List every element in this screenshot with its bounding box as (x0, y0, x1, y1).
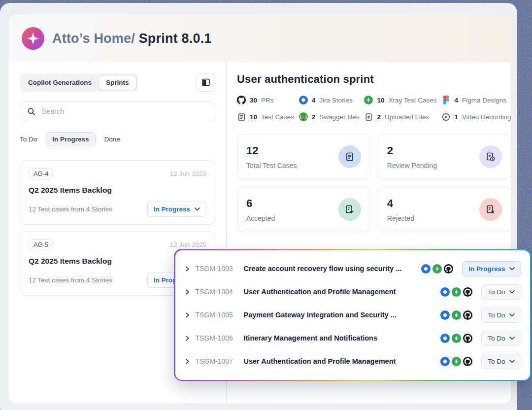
uploaded-files-icon (364, 112, 373, 121)
chevron-right-icon[interactable] (184, 335, 191, 342)
status-dropdown[interactable]: To Do (481, 284, 521, 300)
xray-icon (452, 334, 461, 343)
chevron-right-icon[interactable] (184, 266, 191, 272)
test-case-title: User Authentication and Profile Manageme… (244, 357, 396, 365)
sprint-title: Sprint 8.0.1 (139, 31, 212, 46)
chevron-down-icon (509, 290, 515, 294)
github-icon (463, 287, 472, 297)
test-case-id: TSGM-1003 (196, 265, 239, 273)
toggle-sidebar-button[interactable] (197, 73, 215, 92)
test-case-row[interactable]: TSGM-1004 User Authentication and Profil… (175, 284, 530, 300)
github-icon (463, 334, 472, 343)
source-icons (440, 287, 472, 297)
breadcrumb: Atto’s Home/ (52, 31, 135, 46)
jira-icon (440, 310, 450, 320)
chevron-right-icon[interactable] (184, 358, 191, 365)
search-box[interactable] (20, 102, 215, 121)
chevron-right-icon[interactable] (184, 289, 191, 295)
stat-prs: 30PRs (237, 96, 294, 104)
chevron-right-icon[interactable] (184, 312, 191, 318)
search-icon (27, 107, 35, 116)
svg-text:{-}: {-} (299, 114, 307, 119)
sprint-card-subtitle: 12 Test cases from 4 Stories (29, 205, 112, 213)
stat-uploaded-files: 2Uploaded Files (364, 112, 436, 121)
filter-in-progress[interactable]: In Progress (46, 132, 95, 146)
jira-icon (440, 357, 450, 366)
github-icon (444, 264, 453, 273)
sprint-id-badge: AG-5 (29, 239, 53, 250)
github-icon (237, 96, 246, 104)
video-icon (441, 112, 450, 121)
sidebar-panel-icon (201, 78, 210, 87)
document-x-icon (479, 198, 502, 221)
source-icons (440, 357, 472, 366)
page-title: Atto’s Home/ Sprint 8.0.1 (52, 31, 212, 46)
status-dropdown[interactable]: To Do (481, 308, 521, 323)
test-case-row[interactable]: TSGM-1007 User Authentication and Profil… (175, 354, 530, 369)
status-dropdown[interactable]: To Do (481, 354, 521, 369)
tab-copilot-generations[interactable]: Copilot Generations (21, 75, 99, 90)
jira-icon (440, 334, 450, 343)
summary-value: 6 (246, 197, 275, 210)
test-case-row[interactable]: TSGM-1005 Payment Gateway Integration an… (175, 308, 530, 323)
atto-logo-icon (22, 27, 44, 50)
xray-icon (452, 357, 461, 366)
test-case-row[interactable]: TSGM-1003 Create account recovery flow u… (175, 261, 530, 276)
summary-label: Total Test Cases (246, 162, 297, 170)
filter-todo[interactable]: To Do (20, 136, 37, 143)
chevron-down-icon (509, 313, 515, 317)
summary-card-rejected: 4 Rejected (378, 187, 511, 232)
document-check-icon (338, 198, 361, 221)
chevron-down-icon (509, 337, 515, 340)
jira-icon (421, 264, 431, 273)
source-icons (421, 264, 453, 273)
test-case-title: Create account recovery flow using secur… (244, 265, 402, 273)
figma-icon (441, 96, 450, 104)
jira-icon (299, 96, 308, 104)
stat-xray-test-cases: 10Xray Test Cases (364, 96, 436, 104)
swagger-icon: {-} (299, 112, 308, 121)
test-case-id: TSGM-1007 (196, 357, 239, 365)
status-filters: To Do In Progress Done (20, 132, 215, 146)
status-dropdown[interactable]: In Progress (147, 202, 206, 217)
chevron-down-icon (509, 360, 515, 363)
summary-card-total: 12 Total Test Cases (237, 134, 370, 179)
chevron-down-icon (195, 207, 200, 211)
summary-value: 2 (387, 144, 437, 157)
jira-icon (440, 287, 450, 297)
tab-sprints[interactable]: Sprints (99, 75, 136, 90)
xray-icon (452, 287, 461, 297)
summary-card-accepted: 6 Accepted (237, 187, 370, 232)
summary-label: Review Pending (387, 162, 437, 170)
test-case-id: TSGM-1005 (196, 311, 239, 319)
status-dropdown[interactable]: To Do (481, 331, 521, 346)
summary-grid: 12 Total Test Cases 2 Review Pending (237, 134, 511, 232)
sprint-heading: User authentication sprint (237, 73, 511, 86)
document-clock-icon (479, 145, 502, 168)
source-icons (440, 334, 472, 343)
sprint-id-badge: AG-4 (29, 168, 53, 179)
summary-value: 12 (246, 144, 297, 157)
test-cases-popup: TSGM-1003 Create account recovery flow u… (174, 249, 531, 381)
app-header: Atto’s Home/ Sprint 8.0.1 (9, 15, 511, 62)
sprint-card-subtitle: 12 Test cases from 4 Stories (29, 276, 112, 284)
xray-icon (452, 310, 461, 320)
summary-label: Rejected (387, 214, 414, 222)
sprint-date: 12 Jun 2025 (170, 170, 206, 177)
test-cases-icon (237, 112, 246, 121)
stats-grid: 30PRs 4Jira Stories 10Xray Test Cases 4F… (237, 96, 511, 121)
summary-value: 4 (387, 197, 414, 210)
stat-jira-stories: 4Jira Stories (299, 96, 360, 104)
stat-test-cases: 10Test Cases (237, 112, 294, 121)
status-dropdown[interactable]: In Progress (462, 261, 521, 276)
test-case-id: TSGM-1004 (196, 288, 239, 296)
stat-figma-designs: 4Figma Designs (441, 96, 511, 104)
search-input[interactable] (41, 107, 208, 115)
sprint-card-ag4[interactable]: AG-4 12 Jun 2025 Q2 2025 Items Backlog 1… (20, 160, 215, 225)
filter-done[interactable]: Done (104, 136, 120, 143)
stat-swagger-files: {-} 2Swagger files (299, 112, 360, 121)
xray-icon (432, 264, 442, 273)
test-case-id: TSGM-1006 (196, 334, 239, 342)
github-icon (463, 310, 472, 320)
test-case-row[interactable]: TSGM-1006 Itinerary Management and Notif… (175, 331, 530, 346)
